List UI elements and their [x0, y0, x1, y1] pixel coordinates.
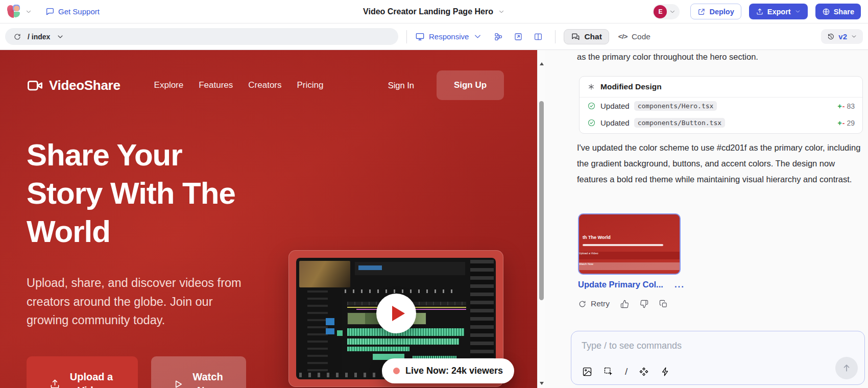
- chat-tab-label: Chat: [584, 32, 601, 41]
- version-select[interactable]: v2: [821, 29, 863, 44]
- changed-file: components/Hero.tsx: [634, 101, 717, 111]
- changed-file: components/Button.tsx: [634, 118, 725, 128]
- route-path: / index: [28, 33, 50, 41]
- plus-sign: +: [838, 119, 842, 127]
- share-button[interactable]: Share: [815, 4, 861, 19]
- thumbs-up-button[interactable]: [620, 300, 629, 308]
- upload-video-button[interactable]: Upload a Video: [27, 356, 138, 388]
- chat-input[interactable]: [582, 338, 829, 353]
- chevron-down-icon[interactable]: [25, 8, 32, 15]
- select-element-button[interactable]: [604, 367, 614, 377]
- message-actions: Retry: [578, 299, 668, 308]
- diff-count: 83: [847, 102, 855, 110]
- history-icon: [827, 33, 835, 41]
- preview-scrollbar[interactable]: [537, 50, 545, 388]
- monitor-icon: [415, 32, 425, 41]
- device-mode-select[interactable]: Responsive: [415, 32, 483, 41]
- tab-code[interactable]: </> Code: [618, 32, 650, 41]
- scroll-down-arrow[interactable]: [540, 382, 544, 385]
- app-logo[interactable]: [7, 5, 21, 18]
- hero-heading: Share Your Story With The World: [27, 136, 254, 251]
- chat-panel: as the primary color throughout the hero…: [545, 50, 868, 388]
- nav-link-features[interactable]: Features: [199, 80, 233, 90]
- upload-icon: [49, 378, 61, 388]
- copy-icon: [659, 300, 668, 308]
- minus-sign: -: [842, 119, 845, 127]
- thumbnail-mini-text: [583, 244, 663, 246]
- open-in-new-icon: [514, 32, 523, 41]
- diamonds-icon: [639, 367, 649, 377]
- chevron-down-icon: [473, 32, 483, 41]
- version-thumbnail[interactable]: th The World Upload a Video Watch Now: [578, 213, 681, 275]
- split-view-button[interactable]: [529, 29, 547, 44]
- scroll-up-arrow[interactable]: [540, 62, 544, 65]
- chevron-down-icon: [794, 8, 801, 15]
- plus-sign: +: [838, 102, 842, 110]
- videoshare-brand[interactable]: VideoShare: [27, 77, 120, 94]
- chat-input-container[interactable]: /: [571, 331, 865, 385]
- get-support-label: Get Support: [58, 7, 100, 16]
- play-icon: [172, 378, 184, 388]
- image-icon: [582, 367, 592, 377]
- share-label: Share: [834, 8, 854, 16]
- component-tree-icon: [494, 32, 503, 41]
- thumbs-up-icon: [620, 300, 629, 308]
- sign-up-button[interactable]: Sign Up: [437, 70, 504, 100]
- more-options-button[interactable]: ...: [674, 282, 685, 287]
- code-icon: </>: [618, 33, 628, 40]
- code-tab-label: Code: [632, 32, 650, 41]
- change-action: Updated: [600, 102, 630, 110]
- check-circle-icon: [587, 118, 596, 127]
- play-triangle-icon: [392, 306, 405, 321]
- external-link-icon: [697, 8, 706, 16]
- nav-link-creators[interactable]: Creators: [248, 80, 281, 90]
- upload-video-label: Upload a Video: [67, 370, 116, 388]
- minus-sign: -: [842, 102, 845, 110]
- chat-tab-icon: [571, 32, 580, 41]
- thumbnail-mini-button: Watch Now: [579, 262, 680, 270]
- deploy-label: Deploy: [709, 8, 734, 16]
- divider: [555, 30, 556, 43]
- thumbs-down-button[interactable]: [640, 300, 648, 308]
- retry-icon: [578, 300, 587, 308]
- project-title-menu[interactable]: Video Creator Landing Page Hero: [363, 0, 505, 23]
- chevron-down-icon[interactable]: [56, 33, 64, 41]
- page-title: Video Creator Landing Page Hero: [363, 7, 493, 16]
- nav-link-explore[interactable]: Explore: [154, 80, 184, 90]
- get-support-button[interactable]: Get Support: [45, 7, 100, 16]
- arrow-up-icon: [841, 363, 852, 373]
- version-link[interactable]: Update Primary Col...: [578, 280, 663, 289]
- diff-count: 29: [847, 119, 855, 127]
- sign-in-link[interactable]: Sign In: [388, 81, 414, 90]
- watch-now-label: Watch Now: [190, 370, 225, 388]
- live-badge: Live Now: 24k viewers: [382, 358, 514, 383]
- deploy-button[interactable]: Deploy: [690, 4, 741, 19]
- top-header: Get Support Video Creator Landing Page H…: [0, 0, 868, 23]
- quick-actions-button[interactable]: [660, 367, 670, 377]
- attach-image-button[interactable]: [582, 367, 592, 377]
- sparkle-icon: [587, 83, 595, 91]
- play-button[interactable]: [376, 294, 416, 333]
- account-menu[interactable]: E: [653, 4, 680, 19]
- integrations-button[interactable]: [639, 367, 649, 377]
- refresh-icon[interactable]: [13, 33, 21, 41]
- thumbnail-mini-heading: th The World: [583, 235, 611, 240]
- url-bar[interactable]: / index: [5, 28, 398, 45]
- retry-label: Retry: [591, 299, 610, 308]
- copy-button[interactable]: [659, 300, 668, 308]
- preview-pane: VideoShare Explore Features Creators Pri…: [0, 50, 545, 388]
- send-button[interactable]: [835, 357, 858, 379]
- watch-now-button[interactable]: Watch Now: [151, 356, 246, 388]
- open-in-new-tab-button[interactable]: [510, 29, 527, 44]
- export-label: Export: [767, 8, 791, 16]
- diff-stat: + - 29: [838, 119, 855, 127]
- app-window: Get Support Video Creator Landing Page H…: [0, 0, 868, 388]
- retry-button[interactable]: Retry: [578, 299, 610, 308]
- scrollbar-thumb[interactable]: [539, 101, 544, 300]
- chevron-down-icon: [851, 33, 857, 40]
- component-tree-button[interactable]: [490, 29, 507, 44]
- slash-command-button[interactable]: /: [625, 366, 628, 377]
- tab-chat[interactable]: Chat: [564, 29, 609, 44]
- nav-link-pricing[interactable]: Pricing: [297, 80, 324, 90]
- export-button[interactable]: Export: [749, 4, 808, 19]
